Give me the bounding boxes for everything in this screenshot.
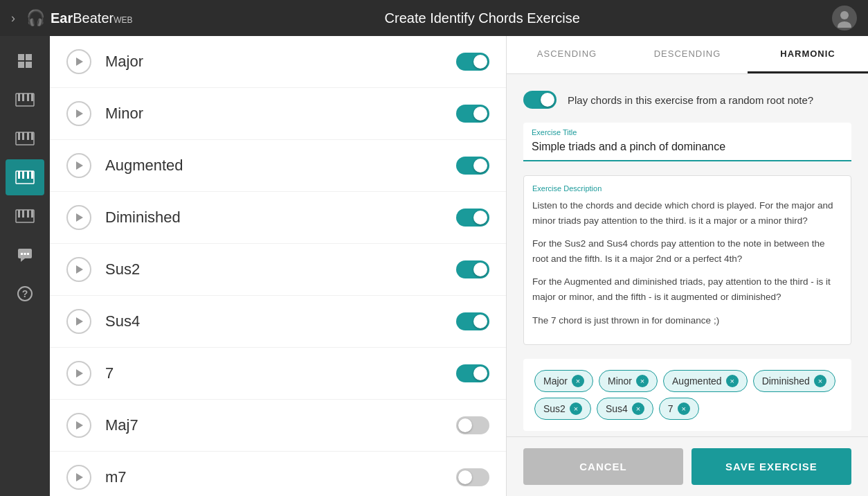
svg-rect-9 [27, 94, 29, 101]
exercise-description-box[interactable]: Exercise Description Listen to the chord… [523, 175, 851, 345]
chord-row: Sus4 [50, 296, 506, 348]
chord-row: 7 [50, 348, 506, 400]
save-button[interactable]: SAVE EXERCISE [691, 448, 851, 485]
chord-row: m7 [50, 452, 506, 496]
chord-toggle-diminished[interactable] [456, 209, 489, 227]
tag-chips-container: Major×Minor×Augmented×Diminished×Sus2×Su… [523, 359, 851, 431]
chip-close-7[interactable]: × [678, 402, 690, 415]
svg-rect-30 [27, 253, 29, 255]
chord-name-7: 7 [105, 364, 456, 382]
sidebar-item-chat[interactable] [6, 237, 44, 273]
svg-marker-36 [76, 213, 83, 222]
chip-close-sus2[interactable]: × [570, 402, 582, 415]
chip-close-augmented[interactable]: × [726, 375, 739, 387]
chord-toggle-maj7[interactable] [456, 416, 489, 434]
chord-name-maj7: Maj7 [105, 416, 456, 434]
chord-row: Minor [50, 88, 506, 140]
svg-rect-18 [22, 171, 24, 179]
chord-play-7[interactable] [66, 361, 91, 386]
toggle-thumb [541, 93, 554, 107]
right-content: Play chords in this exercise from a rand… [507, 74, 868, 436]
svg-marker-34 [76, 109, 83, 118]
tab-descending[interactable]: DESCENDING [627, 36, 748, 73]
cancel-button[interactable]: CANCEL [523, 448, 683, 485]
chord-play-m7[interactable] [66, 465, 91, 490]
svg-rect-5 [26, 62, 32, 68]
toggle-thumb [473, 211, 487, 224]
chord-name-augmented: Augmented [105, 157, 456, 175]
svg-marker-33 [76, 57, 83, 66]
chord-play-sus4[interactable] [66, 309, 91, 334]
sidebar-item-piano4[interactable] [6, 198, 44, 234]
chord-name-sus2: Sus2 [105, 260, 456, 278]
toggle-thumb [458, 470, 472, 484]
svg-rect-17 [18, 171, 20, 179]
sidebar-item-piano3[interactable] [6, 159, 44, 195]
exercise-title-label: Exercise Title [523, 123, 851, 138]
chord-toggle-augmented[interactable] [456, 157, 489, 175]
chord-name-m7: m7 [105, 468, 456, 486]
chord-play-diminished[interactable] [66, 205, 91, 230]
tab-ascending[interactable]: ASCENDING [507, 36, 627, 73]
chord-play-minor[interactable] [66, 101, 91, 126]
random-root-toggle[interactable] [523, 91, 557, 109]
svg-rect-14 [27, 132, 29, 140]
chord-toggle-minor[interactable] [456, 105, 489, 123]
chord-play-sus2[interactable] [66, 257, 91, 282]
sidebar-item-piano1[interactable] [6, 82, 44, 118]
chord-toggle-sus2[interactable] [456, 260, 489, 278]
chord-name-minor: Minor [105, 105, 456, 123]
chip-label: Sus4 [606, 403, 628, 414]
tag-chip-7: 7× [659, 398, 699, 420]
svg-rect-2 [18, 54, 24, 60]
chip-close-sus4[interactable]: × [632, 402, 644, 415]
tag-chip-sus4: Sus4× [597, 398, 653, 420]
tab-harmonic[interactable]: HARMONIC [748, 36, 868, 73]
chord-toggle-major[interactable] [456, 53, 489, 71]
chord-play-major[interactable] [66, 49, 91, 74]
svg-rect-24 [27, 210, 29, 218]
toggle-thumb [473, 107, 487, 121]
exercise-title-value[interactable]: Simple triads and a pinch of dominance [523, 138, 851, 161]
toggle-thumb [458, 418, 472, 432]
svg-marker-40 [76, 421, 83, 429]
svg-rect-4 [18, 62, 24, 68]
chip-label: Augmented [672, 375, 722, 387]
chord-play-augmented[interactable] [66, 153, 91, 178]
main-layout: ? MajorMinorAugmentedDiminishedSus2Sus47… [0, 36, 868, 496]
logo-icon: 🎧 [26, 9, 45, 27]
svg-rect-20 [31, 171, 33, 179]
sidebar: ? [0, 36, 50, 496]
toggle-thumb [473, 366, 487, 380]
chord-name-diminished: Diminished [105, 209, 456, 227]
chord-play-maj7[interactable] [66, 413, 91, 438]
exercise-description-text[interactable]: Listen to the chords and decide which ch… [532, 198, 842, 328]
chord-toggle-m7[interactable] [456, 468, 489, 486]
svg-rect-10 [31, 94, 33, 101]
svg-rect-28 [21, 253, 23, 255]
svg-marker-39 [76, 369, 83, 378]
chord-toggle-sus4[interactable] [456, 312, 489, 330]
sidebar-item-help[interactable]: ? [6, 276, 44, 312]
random-root-row: Play chords in this exercise from a rand… [523, 91, 851, 109]
sidebar-toggle[interactable]: › [11, 11, 15, 26]
chip-label: Diminished [762, 375, 810, 387]
exercise-title-field[interactable]: Exercise Title Simple triads and a pinch… [523, 123, 851, 161]
sidebar-item-piano2[interactable] [6, 121, 44, 157]
chip-close-major[interactable]: × [572, 375, 584, 387]
svg-rect-13 [22, 132, 24, 140]
toggle-thumb [473, 263, 487, 276]
right-panel: ASCENDINGDESCENDINGHARMONIC Play chords … [507, 36, 868, 496]
sidebar-item-grid[interactable] [6, 43, 44, 79]
chip-close-minor[interactable]: × [636, 375, 649, 387]
user-avatar[interactable] [832, 6, 857, 30]
svg-marker-35 [76, 161, 83, 170]
svg-rect-29 [24, 253, 26, 255]
tab-bar: ASCENDINGDESCENDINGHARMONIC [507, 36, 868, 74]
tag-chip-augmented: Augmented× [663, 370, 748, 392]
chord-row: Augmented [50, 140, 506, 192]
chip-close-diminished[interactable]: × [814, 375, 826, 387]
exercise-description-label: Exercise Description [532, 184, 842, 193]
chord-toggle-7[interactable] [456, 364, 489, 382]
svg-marker-38 [76, 317, 83, 326]
